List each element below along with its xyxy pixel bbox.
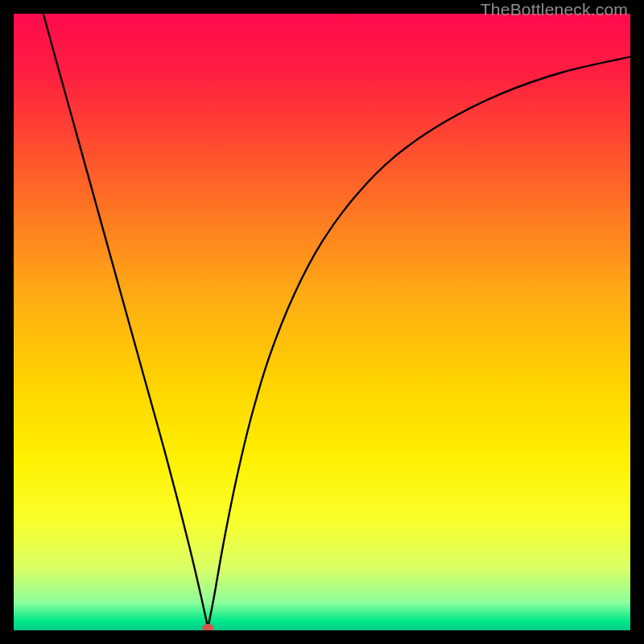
- chart-frame: [14, 14, 630, 630]
- chart-background: [14, 14, 630, 630]
- watermark-text: TheBottleneck.com: [481, 0, 628, 19]
- chart-svg: [14, 14, 630, 630]
